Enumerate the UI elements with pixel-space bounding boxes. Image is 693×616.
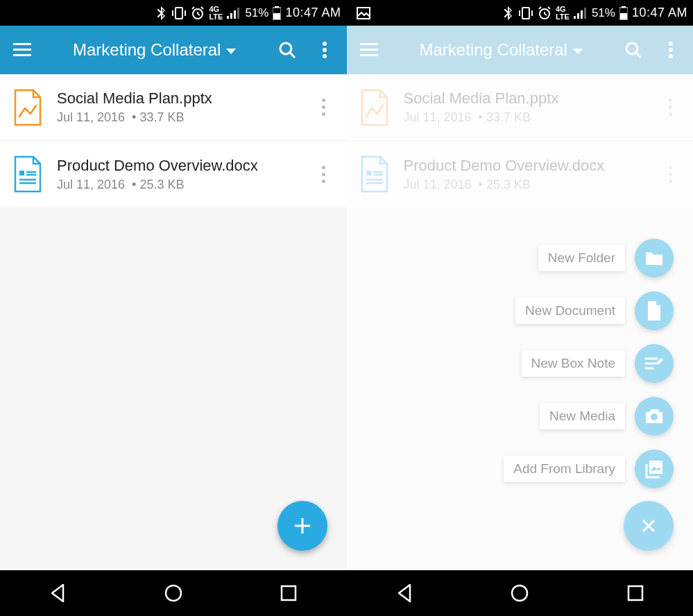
svg-rect-23 (19, 171, 24, 176)
chevron-down-icon (573, 49, 583, 54)
svg-rect-49 (360, 49, 378, 51)
file-row[interactable]: Social Media Plan.pptx Jul 11, 2016 • 33… (347, 74, 694, 141)
folder-title-dropdown[interactable]: Marketing Collateral (391, 40, 612, 60)
file-list: Social Media Plan.pptx Jul 11, 2016 • 33… (347, 74, 694, 207)
svg-rect-44 (584, 8, 586, 19)
svg-point-54 (669, 48, 673, 52)
fab-label: New Document (515, 298, 625, 324)
svg-line-7 (201, 7, 203, 9)
search-icon[interactable] (272, 35, 302, 65)
chevron-down-icon (226, 49, 236, 54)
svg-line-19 (290, 53, 295, 58)
search-icon[interactable] (618, 35, 649, 65)
nav-home-icon[interactable] (499, 579, 540, 607)
svg-rect-66 (628, 586, 642, 600)
svg-point-21 (323, 48, 327, 52)
fab-label: New Box Note (522, 350, 625, 377)
hamburger-menu-icon[interactable] (354, 35, 384, 65)
alarm-icon (538, 6, 551, 20)
fab-speed-dial: New Folder New Document New Box Note New… (504, 239, 674, 488)
vibrate-icon (518, 7, 533, 19)
file-sub: Jul 11, 2016 • 33.7 KB (57, 110, 300, 125)
image-notification-icon (357, 7, 370, 19)
file-overflow-icon[interactable] (314, 166, 334, 183)
network-4g-lte-icon: 4GLTE (556, 6, 570, 21)
file-overflow-icon[interactable] (660, 166, 681, 183)
svg-rect-43 (581, 10, 583, 19)
file-row[interactable]: Product Demo Overview.docx Jul 11, 2016 … (347, 141, 694, 207)
pptx-file-icon (12, 89, 43, 126)
status-bar: 4GLTE 51% 10:47 AM (347, 0, 694, 26)
camera-icon (635, 397, 674, 436)
status-time: 10:47 AM (632, 6, 687, 20)
hamburger-menu-icon[interactable] (7, 35, 37, 65)
svg-rect-0 (176, 8, 182, 19)
side-by-side-screenshots: 4GLTE 51% 10:47 AM Marketing Collateral (0, 0, 693, 616)
svg-rect-17 (13, 54, 31, 56)
nav-recent-icon[interactable] (615, 579, 656, 607)
svg-rect-56 (366, 171, 371, 176)
fab-item-new-box-note[interactable]: New Box Note (522, 344, 674, 383)
svg-rect-32 (357, 8, 370, 19)
file-row[interactable]: Social Media Plan.pptx Jul 11, 2016 • 33… (0, 74, 347, 141)
svg-rect-11 (237, 8, 239, 19)
svg-rect-33 (522, 8, 529, 19)
fab-label: Add From Library (504, 456, 625, 482)
svg-rect-16 (13, 49, 31, 51)
overflow-menu-icon[interactable] (656, 35, 686, 65)
file-row[interactable]: Product Demo Overview.docx Jul 11, 2016 … (0, 141, 347, 207)
svg-rect-15 (13, 43, 31, 45)
overflow-menu-icon[interactable] (309, 35, 340, 65)
svg-rect-8 (227, 16, 229, 19)
file-name: Product Demo Overview.docx (404, 157, 647, 175)
svg-rect-41 (574, 16, 576, 19)
svg-point-51 (626, 43, 638, 54)
fab-label: New Folder (538, 245, 625, 271)
svg-rect-14 (273, 13, 280, 19)
folder-title-dropdown[interactable]: Marketing Collateral (44, 40, 265, 60)
fab-close-button[interactable] (624, 501, 674, 551)
library-icon (635, 450, 674, 488)
nav-back-icon[interactable] (37, 579, 78, 607)
signal-icon (227, 8, 241, 19)
network-4g-lte-icon: 4GLTE (209, 6, 223, 21)
file-name: Product Demo Overview.docx (57, 157, 300, 175)
fab-item-add-from-library[interactable]: Add From Library (504, 450, 674, 488)
bluetooth-icon (503, 6, 514, 20)
svg-point-18 (280, 43, 291, 54)
content-area: New Folder New Document New Box Note New… (347, 207, 694, 570)
signal-icon (574, 8, 588, 19)
fab-item-new-folder[interactable]: New Folder (538, 239, 674, 277)
file-meta: Social Media Plan.pptx Jul 11, 2016 • 33… (57, 89, 300, 125)
folder-title-text: Marketing Collateral (73, 40, 221, 60)
nav-recent-icon[interactable] (268, 579, 309, 607)
android-nav-bar (347, 570, 694, 616)
svg-rect-10 (234, 10, 236, 19)
file-meta: Product Demo Overview.docx Jul 11, 2016 … (404, 157, 647, 192)
pptx-file-icon (359, 89, 390, 126)
nav-back-icon[interactable] (384, 579, 425, 607)
svg-line-52 (636, 53, 641, 58)
fab-add-button[interactable] (277, 501, 327, 551)
svg-point-61 (651, 413, 658, 420)
svg-rect-31 (282, 586, 296, 600)
svg-line-6 (192, 7, 194, 9)
app-bar: Marketing Collateral (347, 26, 694, 74)
app-bar: Marketing Collateral (0, 26, 347, 74)
docx-file-icon (359, 155, 390, 193)
fab-item-new-document[interactable]: New Document (515, 291, 674, 330)
nav-home-icon[interactable] (153, 579, 194, 607)
fab-item-new-media[interactable]: New Media (540, 397, 674, 436)
svg-line-5 (198, 14, 200, 15)
file-meta: Social Media Plan.pptx Jul 11, 2016 • 33… (404, 89, 647, 125)
svg-rect-47 (620, 13, 627, 19)
svg-rect-42 (577, 13, 579, 19)
file-overflow-icon[interactable] (314, 99, 334, 116)
file-overflow-icon[interactable] (660, 99, 681, 116)
phone-right: 4GLTE 51% 10:47 AM Marketing Collateral (347, 0, 694, 616)
file-sub: Jul 11, 2016 • 25.3 KB (404, 178, 647, 192)
alarm-icon (191, 6, 205, 20)
docx-file-icon (12, 155, 43, 193)
svg-point-55 (669, 54, 673, 58)
file-list: Social Media Plan.pptx Jul 11, 2016 • 33… (0, 74, 347, 207)
